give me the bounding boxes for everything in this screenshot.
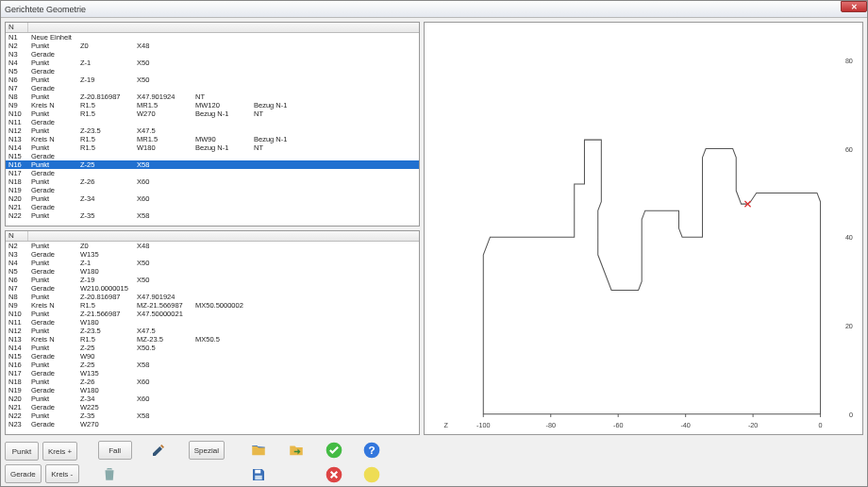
- table-row[interactable]: N13Kreis NR1.5MZ-23.5MX50.5: [6, 335, 419, 344]
- table-row[interactable]: N23GeradeW270: [6, 420, 419, 428]
- svg-text:-80: -80: [546, 421, 556, 429]
- table-row[interactable]: N11Gerade: [6, 118, 419, 126]
- svg-text:80: 80: [845, 57, 853, 65]
- svg-text:0: 0: [849, 411, 853, 419]
- svg-text:-60: -60: [613, 421, 623, 429]
- table-row[interactable]: N2PunktZ0X48: [6, 42, 419, 50]
- table-row[interactable]: N17GeradeW135: [6, 369, 419, 378]
- warn-icon[interactable]: [360, 464, 383, 485]
- table-row[interactable]: N12PunktZ-23.5X47.5: [6, 126, 419, 135]
- table-row[interactable]: N9Kreis NR1.5MZ-21.566987MX50.5000002: [6, 301, 419, 310]
- geometry-grid-input[interactable]: N N1Neue EinheitN2PunktZ0X48N3GeradeN4Pu…: [5, 22, 420, 227]
- content-area: N N1Neue EinheitN2PunktZ0X48N3GeradeN4Pu…: [1, 18, 867, 439]
- table-row[interactable]: N19GeradeW180: [6, 386, 419, 395]
- table-row[interactable]: N21GeradeW225: [6, 403, 419, 411]
- table-row[interactable]: N15Gerade: [6, 152, 419, 160]
- titlebar: Gerichtete Geometrie ✕: [1, 1, 867, 18]
- left-column: N N1Neue EinheitN2PunktZ0X48N3GeradeN4Pu…: [5, 22, 420, 435]
- table-row[interactable]: N8PunktZ-20.816987X47.901924NT: [6, 92, 419, 101]
- table-row[interactable]: N14PunktR1.5W180Bezug N-1NT: [6, 143, 419, 152]
- plot-panel: -100-80-60-40-200806040200Z: [424, 22, 863, 435]
- delete-icon[interactable]: [98, 463, 121, 484]
- table-row[interactable]: N22PunktZ-35X58: [6, 411, 419, 420]
- svg-text:40: 40: [845, 233, 853, 242]
- help-icon[interactable]: ?: [360, 440, 383, 461]
- spezial-button[interactable]: Spezial: [189, 441, 225, 460]
- table-row[interactable]: N1Neue Einheit: [6, 33, 419, 42]
- table-row[interactable]: N5Gerade: [6, 67, 419, 76]
- svg-text:-20: -20: [748, 421, 758, 429]
- table-row[interactable]: N12PunktZ-23.5X47.5: [6, 327, 419, 335]
- punkt-button[interactable]: Punkt: [5, 442, 39, 461]
- table-row[interactable]: N4PunktZ-1X50: [6, 59, 419, 67]
- svg-text:20: 20: [845, 322, 853, 330]
- table-row[interactable]: N6PunktZ-19X50: [6, 276, 419, 284]
- kreis-plus-button[interactable]: Kreis +: [42, 442, 77, 461]
- table-row[interactable]: N19Gerade: [6, 186, 419, 194]
- table-row[interactable]: N13Kreis NR1.5MR1.5MW90Bezug N-1: [6, 135, 419, 143]
- table-row[interactable]: N6PunktZ-19X50: [6, 76, 419, 84]
- table-row[interactable]: N8PunktZ-20.816987X47.901924: [6, 293, 419, 301]
- fall-button[interactable]: Fall: [98, 441, 132, 460]
- toolbar: Punkt Kreis + Gerade Kreis - Fall: [1, 439, 867, 486]
- grid-header: N: [6, 23, 419, 33]
- svg-text:-100: -100: [476, 421, 490, 429]
- table-row[interactable]: N5GeradeW180: [6, 267, 419, 276]
- table-row[interactable]: N20PunktZ-34X60: [6, 395, 419, 403]
- table-row[interactable]: N11GeradeW180: [6, 318, 419, 327]
- open-icon[interactable]: [247, 440, 270, 461]
- grid-header-n: N: [6, 23, 28, 32]
- grid-header-n: N: [6, 231, 28, 241]
- table-row[interactable]: N3GeradeW135: [6, 250, 419, 259]
- table-row[interactable]: N22PunktZ-35X58: [6, 211, 419, 220]
- table-row[interactable]: N17Gerade: [6, 169, 419, 177]
- svg-text:0: 0: [819, 421, 823, 429]
- table-row[interactable]: N16PunktZ-25X58: [6, 361, 419, 369]
- table-row[interactable]: N9Kreis NR1.5MR1.5MW120Bezug N-1: [6, 101, 419, 109]
- kreis-minus-button[interactable]: Kreis -: [45, 464, 79, 483]
- window-title: Gerichtete Geometrie: [5, 5, 86, 14]
- table-row[interactable]: N3Gerade: [6, 50, 419, 59]
- table-row[interactable]: N7Gerade: [6, 84, 419, 92]
- geometry-grid-resolved[interactable]: N N2PunktZ0X48N3GeradeW135N4PunktZ-1X50N…: [5, 230, 420, 435]
- table-row[interactable]: N14PunktZ-25X50.5: [6, 344, 419, 352]
- table-row[interactable]: N18PunktZ-26X60: [6, 177, 419, 186]
- app-window: Gerichtete Geometrie ✕ N N1Neue EinheitN…: [0, 0, 868, 487]
- svg-rect-18: [255, 470, 260, 474]
- svg-text:?: ?: [368, 444, 375, 456]
- element-buttons: Punkt Kreis + Gerade Kreis -: [5, 442, 79, 483]
- table-row[interactable]: N18PunktZ-26X60: [6, 378, 419, 386]
- table-row[interactable]: N15GeradeW90: [6, 352, 419, 361]
- close-button[interactable]: ✕: [841, 1, 867, 12]
- table-row[interactable]: N2PunktZ0X48: [6, 242, 419, 250]
- table-row[interactable]: N21Gerade: [6, 203, 419, 211]
- gerade-button[interactable]: Gerade: [5, 464, 42, 483]
- table-row[interactable]: N10PunktZ-21.566987X47.50000021: [6, 310, 419, 318]
- table-row[interactable]: N7GeradeW210.0000015: [6, 284, 419, 293]
- geometry-plot: -100-80-60-40-200806040200Z: [430, 28, 857, 435]
- svg-rect-19: [255, 476, 262, 480]
- ok-icon[interactable]: [323, 440, 345, 461]
- table-row[interactable]: N4PunktZ-1X50: [6, 259, 419, 267]
- save-icon[interactable]: [247, 464, 270, 485]
- svg-text:-40: -40: [680, 421, 690, 429]
- svg-text:Z: Z: [443, 421, 448, 429]
- cancel-icon[interactable]: [323, 464, 345, 485]
- svg-point-24: [364, 467, 380, 483]
- edit-icon[interactable]: [147, 440, 170, 461]
- svg-text:60: 60: [845, 145, 853, 154]
- table-row[interactable]: N20PunktZ-34X60: [6, 194, 419, 203]
- plot-canvas: -100-80-60-40-200806040200Z: [430, 28, 857, 428]
- grid-header: N: [6, 231, 419, 242]
- import-icon[interactable]: [285, 440, 308, 461]
- table-row[interactable]: N10PunktR1.5W270Bezug N-1NT: [6, 109, 419, 118]
- table-row[interactable]: N16PunktZ-25X58: [6, 160, 419, 169]
